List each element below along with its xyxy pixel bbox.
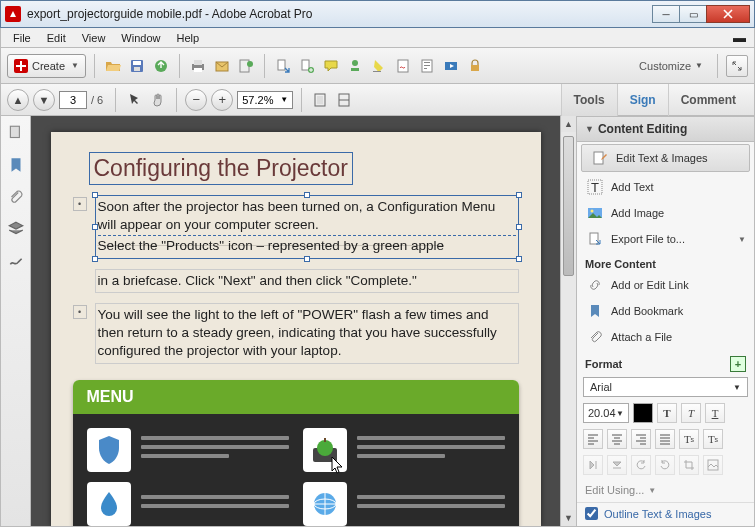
highlight-icon[interactable] (369, 56, 389, 76)
close-button[interactable] (706, 5, 750, 23)
document-viewport[interactable]: Configuring the Projector • Soon after t… (31, 116, 560, 526)
flip-h-button[interactable] (583, 455, 603, 475)
crop-button[interactable] (679, 455, 699, 475)
menu-help[interactable]: Help (168, 30, 207, 46)
add-format-icon[interactable]: + (730, 356, 746, 372)
bold-button[interactable]: T (657, 403, 677, 423)
attachments-icon[interactable] (7, 188, 25, 206)
outline-checkbox[interactable] (585, 507, 598, 520)
italic-button[interactable]: T (681, 403, 701, 423)
minimize-ribbon-icon[interactable]: ▬ (729, 30, 750, 45)
svg-rect-18 (424, 62, 430, 63)
customize-button[interactable]: Customize▼ (633, 60, 709, 72)
fit-page-icon[interactable] (310, 90, 330, 110)
underline-button[interactable]: T (705, 403, 725, 423)
left-nav-strip (1, 116, 31, 526)
embedded-image[interactable]: MENU (73, 380, 519, 526)
add-image-button[interactable]: Add Image (577, 200, 754, 226)
page-number-input[interactable] (59, 91, 87, 109)
text-block-selected[interactable]: Soon after the projector has been turned… (95, 195, 519, 259)
bookmarks-icon[interactable] (7, 156, 25, 174)
replace-image-button[interactable] (703, 455, 723, 475)
email-icon[interactable] (212, 56, 232, 76)
rotate-ccw-button[interactable] (631, 455, 651, 475)
thumbnails-icon[interactable] (7, 124, 25, 142)
export-file-button[interactable]: Export File to... ▼ (577, 226, 754, 252)
sign-tab[interactable]: Sign (617, 84, 668, 116)
minimize-button[interactable]: ─ (652, 5, 680, 23)
font-family-select[interactable]: Arial▼ (583, 377, 748, 397)
page-heading[interactable]: Configuring the Projector (89, 152, 353, 185)
select-tool-icon[interactable] (124, 90, 144, 110)
vertical-scrollbar[interactable]: ▲ ▼ (560, 116, 576, 526)
scroll-thumb[interactable] (563, 136, 574, 276)
subscript-button[interactable]: Ts (703, 429, 723, 449)
svg-rect-37 (590, 233, 598, 244)
convert-icon[interactable] (273, 56, 293, 76)
toolbar-main: Create ▼ Customize▼ (0, 48, 755, 84)
align-center-button[interactable] (607, 429, 627, 449)
scroll-down-icon[interactable]: ▼ (561, 510, 576, 526)
rotate-cw-button[interactable] (655, 455, 675, 475)
zoom-in-button[interactable]: + (211, 89, 233, 111)
align-left-button[interactable] (583, 429, 603, 449)
bullet-marker[interactable]: • (73, 197, 87, 211)
content-editing-header[interactable]: ▼ Content Editing (577, 116, 754, 142)
shield-icon (87, 428, 131, 472)
menu-edit[interactable]: Edit (39, 30, 74, 46)
edit-text-images-button[interactable]: Edit Text & Images (581, 144, 750, 172)
secure-icon[interactable] (465, 56, 485, 76)
svg-rect-6 (194, 68, 202, 72)
menu-window[interactable]: Window (113, 30, 168, 46)
layers-icon[interactable] (7, 220, 25, 238)
align-justify-button[interactable] (655, 429, 675, 449)
stamp-icon[interactable] (345, 56, 365, 76)
edit-using-dropdown[interactable]: Edit Using...▼ (577, 478, 754, 502)
menu-view[interactable]: View (74, 30, 114, 46)
edit-text-icon (592, 150, 608, 166)
sign-doc-icon[interactable] (393, 56, 413, 76)
add-link-button[interactable]: Add or Edit Link (577, 272, 754, 298)
fit-width-icon[interactable] (334, 90, 354, 110)
outline-checkbox-row[interactable]: Outline Text & Images (577, 502, 754, 524)
svg-rect-11 (302, 60, 309, 70)
export-icon[interactable] (297, 56, 317, 76)
print-icon[interactable] (188, 56, 208, 76)
attach-file-button[interactable]: Attach a File (577, 324, 754, 350)
forms-icon[interactable] (417, 56, 437, 76)
save-cloud-icon[interactable] (151, 56, 171, 76)
signatures-panel-icon[interactable] (7, 252, 25, 270)
open-icon[interactable] (103, 56, 123, 76)
save-icon[interactable] (127, 56, 147, 76)
comment-tab[interactable]: Comment (668, 84, 748, 116)
font-color-picker[interactable] (633, 403, 653, 423)
menubar: File Edit View Window Help ▬ (0, 28, 755, 48)
superscript-button[interactable]: Ts (679, 429, 699, 449)
svg-rect-5 (194, 60, 202, 65)
hand-tool-icon[interactable] (148, 90, 168, 110)
maximize-button[interactable]: ▭ (679, 5, 707, 23)
menu-file[interactable]: File (5, 30, 39, 46)
svg-point-13 (352, 60, 358, 66)
font-size-select[interactable]: 20.04▼ (583, 403, 629, 423)
page-up-button[interactable]: ▲ (7, 89, 29, 111)
page-down-button[interactable]: ▼ (33, 89, 55, 111)
bullet-marker[interactable]: • (73, 305, 87, 319)
share-icon[interactable] (236, 56, 256, 76)
comment-icon[interactable] (321, 56, 341, 76)
align-right-button[interactable] (631, 429, 651, 449)
zoom-level-select[interactable]: 57.2%▼ (237, 91, 293, 109)
create-button[interactable]: Create ▼ (7, 54, 86, 78)
droplet-icon (87, 482, 131, 526)
text-block[interactable]: in a briefcase. Click "Next" and then cl… (95, 269, 519, 293)
svg-rect-26 (10, 126, 19, 137)
zoom-out-button[interactable]: − (185, 89, 207, 111)
expand-tools-icon[interactable] (726, 55, 748, 77)
add-text-button[interactable]: T Add Text (577, 174, 754, 200)
multimedia-icon[interactable] (441, 56, 461, 76)
scroll-up-icon[interactable]: ▲ (561, 116, 576, 132)
tools-tab[interactable]: Tools (561, 84, 617, 116)
add-bookmark-button[interactable]: Add Bookmark (577, 298, 754, 324)
text-block[interactable]: You will see the light to the left of "P… (95, 303, 519, 364)
flip-v-button[interactable] (607, 455, 627, 475)
